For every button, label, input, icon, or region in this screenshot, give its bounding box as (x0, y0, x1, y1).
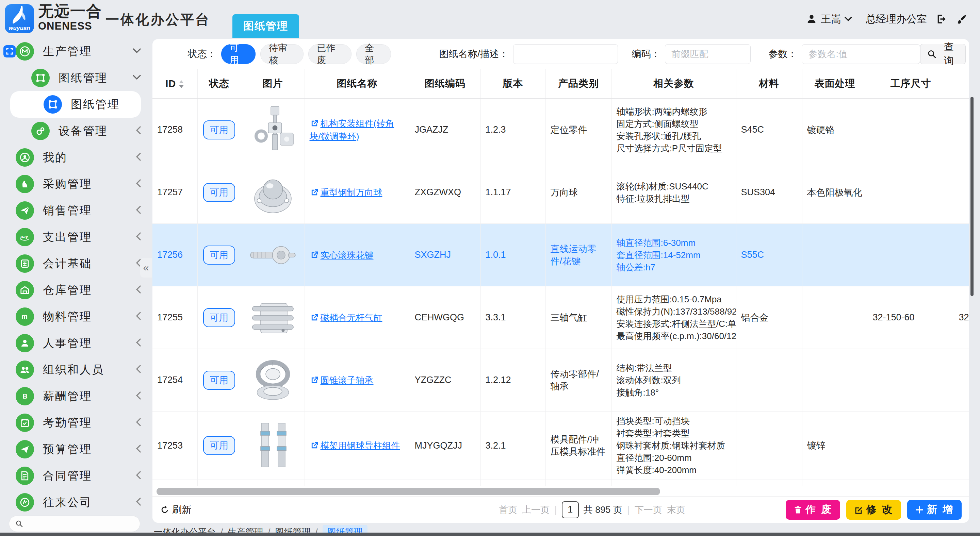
action-buttons: 作 废 修 改 新 增 (786, 500, 962, 520)
app-header: wuyuan 无远一合 ONENESS 一体化办公平台 图纸管理 王嵩 总经理办… (0, 0, 980, 38)
sidebar-search[interactable] (9, 515, 140, 532)
chevron-left-icon (136, 418, 141, 428)
budget-icon (16, 440, 34, 458)
sidebar-item-14[interactable]: B薪酬管理 (0, 383, 150, 409)
sidebar-item-11[interactable]: m物料管理 (0, 303, 150, 330)
cell-surface: 本色阳极氧化 (802, 161, 868, 224)
last-page-button[interactable]: 末页 (667, 504, 685, 516)
cell-photo[interactable] (241, 412, 305, 480)
cell-photo[interactable] (241, 286, 305, 349)
user-area: 王嵩 总经理办公室 (806, 0, 968, 38)
vertical-scrollbar-thumb[interactable] (970, 97, 974, 296)
cell-version: 1.0.1 (480, 224, 546, 286)
table-row-17253[interactable]: 17253可用模架用钢球导柱组件MJYGQZJJ3.2.1模具配件/冲压模具标准… (153, 412, 969, 480)
cell-photo[interactable] (241, 349, 305, 412)
user-menu[interactable]: 王嵩 (806, 12, 852, 26)
drawing-link[interactable]: 圆锥滚子轴承 (310, 375, 374, 385)
name-filter-input[interactable] (513, 44, 618, 64)
sidebar-collapse-button[interactable]: « (140, 258, 152, 278)
sidebar-item-1[interactable]: 生产管理 (0, 38, 150, 65)
company-logo[interactable]: wuyuan (5, 4, 34, 33)
table-row-partial[interactable]: 形状:带凸缘型 (153, 480, 969, 486)
sidebar-item-7[interactable]: 销售管理 (0, 197, 150, 224)
cell-id: 17254 (153, 349, 197, 412)
tab-drawing-management[interactable]: 图纸管理 (232, 14, 299, 38)
sidebar-item-9[interactable]: 会计基础 (0, 250, 150, 277)
sidebar-item-4[interactable]: 设备管理 (0, 118, 150, 144)
sidebar-item-16[interactable]: 预算管理 (0, 436, 150, 463)
sort-icon[interactable] (179, 80, 184, 88)
scan-icon[interactable] (3, 45, 16, 57)
cell-surface (802, 480, 868, 486)
cell-process-size (868, 224, 954, 286)
sidebar-item-10[interactable]: 仓库管理 (0, 277, 150, 303)
column-header-6: 版本 (480, 69, 546, 98)
status-filter-可用[interactable]: 可用 (221, 44, 256, 64)
sidebar-item-label: 组织和人员 (43, 362, 104, 377)
prev-page-button[interactable]: 上一页 (522, 504, 550, 516)
drawing-link[interactable]: 重型钢制万向球 (310, 187, 382, 198)
sidebar-item-2[interactable]: 图纸管理 (0, 65, 150, 91)
param-filter-input[interactable] (802, 44, 920, 64)
table-row-17256[interactable]: 17256可用实心滚珠花键SXGZHJ1.0.1直线运动零件/花键轴直径范围:6… (153, 224, 969, 286)
sidebar-search-input[interactable] (27, 518, 134, 530)
external-link-icon (310, 119, 319, 128)
chevron-left-icon (136, 444, 141, 454)
trash-icon (793, 505, 803, 515)
cell-category: 三轴气缸 (546, 286, 611, 349)
plus-icon (915, 505, 924, 515)
cell-id: 17258 (153, 98, 197, 161)
drawing-link[interactable]: 磁耦合无杆气缸 (310, 312, 382, 323)
code-filter-input[interactable] (665, 44, 751, 64)
void-button[interactable]: 作 废 (786, 500, 840, 520)
status-filter-全部[interactable]: 全部 (356, 44, 391, 64)
status-badge: 可用 (203, 183, 235, 202)
cell-process-size (868, 480, 954, 486)
cell-id: 17257 (153, 161, 197, 224)
cell-process-size (868, 98, 954, 161)
drawing-link[interactable]: 实心滚珠花键 (310, 250, 374, 260)
cell-photo[interactable] (241, 161, 305, 224)
param-filter-label: 参数： (768, 48, 797, 60)
page-number-input[interactable] (562, 501, 579, 518)
cell-photo[interactable] (241, 480, 305, 486)
status-filter-已作废[interactable]: 已作废 (308, 44, 352, 64)
status-filter-待审核[interactable]: 待审核 (260, 44, 304, 64)
cell-name: 模架用钢球导柱组件 (305, 412, 410, 480)
logout-icon[interactable] (936, 13, 947, 25)
table-row-17255[interactable]: 17255可用磁耦合无杆气缸CEHWGQG3.3.1三轴气缸使用压力范围:0.1… (153, 286, 969, 349)
cell-version (480, 480, 546, 486)
cell-overflow (954, 98, 969, 161)
refresh-button[interactable]: 刷新 (160, 503, 191, 516)
column-header-11: 工序尺寸 (868, 69, 954, 98)
table-row-17254[interactable]: 17254可用圆锥滚子轴承YZGZZC1.2.12传动零部件/轴承结构:带法兰型… (153, 349, 969, 412)
chevron-left-icon (136, 338, 141, 348)
column-header-1[interactable]: ID (153, 69, 197, 98)
sidebar-item-18[interactable]: 往来公司 (0, 489, 150, 515)
horizontal-scrollbar-thumb[interactable] (156, 488, 660, 495)
sidebar-item-17[interactable]: 合同管理 (0, 463, 150, 489)
table-row-17257[interactable]: 17257可用重型钢制万向球ZXGZWXQ1.1.17万向球滚轮(球)材质:SU… (153, 161, 969, 224)
horizontal-scrollbar[interactable] (156, 487, 966, 496)
salary-icon: B (16, 387, 34, 405)
search-button[interactable]: 查询 (920, 44, 966, 64)
next-page-button[interactable]: 下一页 (635, 504, 662, 516)
cell-photo[interactable] (241, 224, 305, 286)
sidebar-item-3[interactable]: 图纸管理 (10, 91, 141, 118)
sidebar-item-6[interactable]: 采购管理 (0, 171, 150, 197)
table-row-17258[interactable]: 17258可用机构安装组件(转角块/微调整环)JGAZJZ1.2.3定位零件轴端… (153, 98, 969, 161)
add-button[interactable]: 新 增 (907, 500, 962, 520)
edit-button[interactable]: 修 改 (846, 500, 901, 520)
sidebar-item-12[interactable]: 人事管理 (0, 330, 150, 357)
cell-photo[interactable] (241, 98, 305, 161)
sidebar-item-5[interactable]: 我的 (0, 144, 150, 171)
sidebar-item-8[interactable]: pay支出管理 (0, 224, 150, 250)
chevron-down-icon (133, 75, 141, 81)
drawing-link[interactable]: 模架用钢球导柱组件 (310, 441, 400, 450)
cell-overflow (954, 224, 969, 286)
brush-icon[interactable] (956, 13, 968, 25)
drawing-link[interactable]: 机构安装组件(转角块/微调整环) (310, 118, 395, 141)
sidebar-item-15[interactable]: 考勤管理 (0, 409, 150, 436)
first-page-button[interactable]: 首页 (499, 504, 517, 516)
sidebar-item-13[interactable]: 组织和人员 (0, 357, 150, 383)
